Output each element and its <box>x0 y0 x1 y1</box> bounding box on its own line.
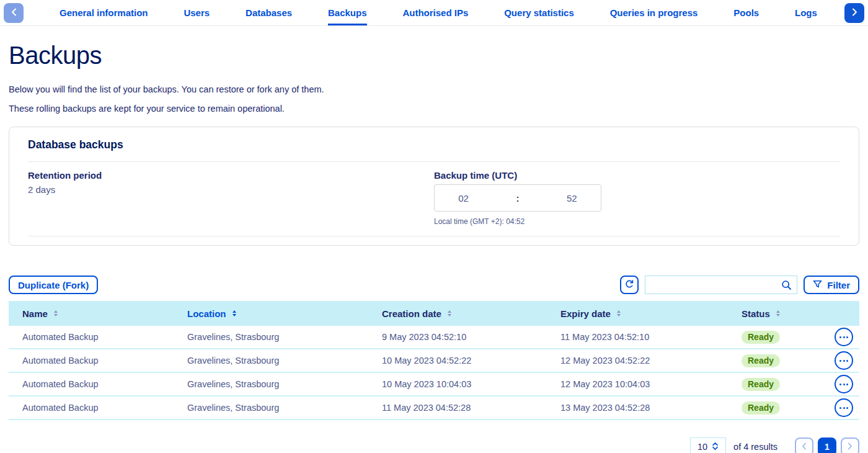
card-divider-bottom <box>28 236 840 236</box>
table-row: Automated Backup Gravelines, Strasbourg … <box>9 397 859 420</box>
sort-icon <box>54 310 58 317</box>
column-header-label: Location <box>187 308 226 319</box>
page-size-value: 10 <box>698 442 707 452</box>
tab-query-statistics[interactable]: Query statistics <box>504 0 574 25</box>
cell-creation-date: 11 May 2023 04:52:28 <box>382 403 560 413</box>
tab-authorised-ips[interactable]: Authorised IPs <box>402 0 468 25</box>
tabs-scroll-right-button[interactable] <box>844 3 864 23</box>
refresh-icon <box>624 279 634 291</box>
status-badge: Ready <box>742 378 780 391</box>
cell-actions <box>816 375 853 393</box>
cell-name: Automated Backup <box>22 403 187 413</box>
sort-icon <box>776 310 780 317</box>
row-actions-button[interactable] <box>835 351 853 370</box>
duplicate-fork-button[interactable]: Duplicate (Fork) <box>9 276 98 294</box>
table-body: Automated Backup Gravelines, Strasbourg … <box>9 326 859 420</box>
backup-time-minute[interactable]: 52 <box>567 193 577 204</box>
cell-name: Automated Backup <box>22 379 187 389</box>
local-time-hint: Local time (GMT +2): 04:52 <box>434 217 840 226</box>
cell-actions <box>816 328 853 346</box>
page-size-select[interactable]: 10 <box>690 437 726 453</box>
cell-expiry-date: 11 May 2023 04:52:10 <box>560 332 742 342</box>
tab-label: Logs <box>795 7 817 18</box>
tab-label: Query statistics <box>504 7 574 18</box>
retention-period-field: Retention period 2 days <box>28 170 434 226</box>
card-title: Database backups <box>9 138 859 151</box>
tab-label: General information <box>60 7 148 18</box>
tab-bar: General information Users Databases Back… <box>0 0 868 26</box>
column-header-name[interactable]: Name <box>22 308 187 319</box>
row-actions-button[interactable] <box>835 375 853 393</box>
cell-expiry-date: 13 May 2023 04:52:28 <box>560 403 742 413</box>
results-count: of 4 results <box>733 442 777 452</box>
table-header-row: Name Location Creation date Expiry date … <box>9 301 859 326</box>
status-badge: Ready <box>742 354 780 367</box>
tab-backups[interactable]: Backups <box>328 0 367 25</box>
column-header-label: Expiry date <box>560 308 611 319</box>
cell-name: Automated Backup <box>22 356 187 366</box>
page-description-1: Below you will find the list of your bac… <box>9 84 859 94</box>
up-down-chevrons-icon <box>712 442 719 452</box>
status-badge: Ready <box>742 331 780 344</box>
cell-location: Gravelines, Strasbourg <box>187 332 382 342</box>
backup-time-input[interactable]: 02 : 52 <box>434 184 601 212</box>
cell-status: Ready <box>742 331 816 344</box>
tab-label: Users <box>184 7 210 18</box>
column-header-location[interactable]: Location <box>187 308 382 319</box>
cell-creation-date: 9 May 2023 04:52:10 <box>382 332 560 342</box>
row-actions-button[interactable] <box>835 328 853 346</box>
next-page-button[interactable] <box>841 437 859 453</box>
filter-button-label: Filter <box>827 280 850 290</box>
main-content: Backups Below you will find the list of … <box>0 42 868 453</box>
chevron-right-icon <box>848 442 852 452</box>
column-header-creation-date[interactable]: Creation date <box>382 308 560 319</box>
current-page-button[interactable]: 1 <box>818 437 836 453</box>
refresh-button[interactable] <box>620 276 639 294</box>
table-row: Automated Backup Gravelines, Strasbourg … <box>9 373 859 397</box>
cell-name: Automated Backup <box>22 332 187 342</box>
chevron-left-icon <box>11 8 17 18</box>
previous-page-button[interactable] <box>795 437 813 453</box>
tab-pools[interactable]: Pools <box>733 0 759 25</box>
filter-button[interactable]: Filter <box>804 276 859 294</box>
backups-table: Name Location Creation date Expiry date … <box>9 301 859 420</box>
tab-logs[interactable]: Logs <box>795 0 817 25</box>
search-input[interactable] <box>645 276 797 294</box>
column-header-status[interactable]: Status <box>742 308 816 319</box>
sort-icon <box>617 310 621 317</box>
retention-period-value: 2 days <box>28 184 434 195</box>
cell-status: Ready <box>742 401 816 415</box>
tab-general-information[interactable]: General information <box>60 0 148 25</box>
cell-actions <box>816 398 853 417</box>
backup-time-label: Backup time (UTC) <box>434 170 840 181</box>
column-header-expiry-date[interactable]: Expiry date <box>560 308 742 319</box>
cell-actions <box>816 351 853 370</box>
cell-status: Ready <box>742 354 816 367</box>
cell-creation-date: 10 May 2023 04:52:22 <box>382 356 560 366</box>
tab-label: Authorised IPs <box>402 7 468 18</box>
backup-time-hour[interactable]: 02 <box>458 193 469 204</box>
filter-funnel-icon <box>813 280 822 290</box>
chevron-right-icon <box>852 8 857 18</box>
cell-location: Gravelines, Strasbourg <box>187 379 382 389</box>
tab-users[interactable]: Users <box>184 0 210 25</box>
tab-databases[interactable]: Databases <box>246 0 292 25</box>
cell-expiry-date: 12 May 2023 04:52:22 <box>560 356 742 366</box>
backup-time-separator: : <box>516 193 519 204</box>
pagination-bar: 10 of 4 results 1 <box>9 437 859 453</box>
column-header-label: Status <box>742 308 770 319</box>
cell-location: Gravelines, Strasbourg <box>187 356 382 366</box>
tab-queries-in-progress[interactable]: Queries in progress <box>610 0 698 25</box>
tab-list: General information Users Databases Back… <box>24 0 844 25</box>
tab-label: Backups <box>328 7 367 18</box>
row-actions-button[interactable] <box>835 398 853 417</box>
tabs-scroll-left-button[interactable] <box>4 3 24 23</box>
cell-expiry-date: 12 May 2023 10:04:03 <box>560 379 742 389</box>
cell-status: Ready <box>742 378 816 391</box>
page-description-2: These rolling backups are kept for your … <box>9 104 859 114</box>
column-header-label: Name <box>22 308 48 319</box>
table-toolbar: Duplicate (Fork) Filter <box>9 276 859 294</box>
pager-buttons: 1 <box>795 437 859 453</box>
search-icon <box>781 280 792 293</box>
sort-icon <box>232 310 236 317</box>
